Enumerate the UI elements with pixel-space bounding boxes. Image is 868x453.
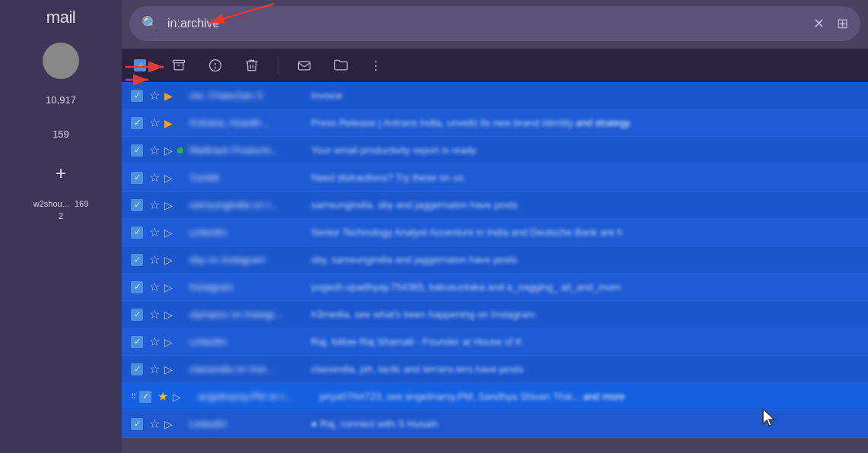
status-dot — [177, 284, 183, 290]
row-checkbox[interactable]: ✓ — [131, 309, 143, 321]
row-checkbox[interactable]: ✓ — [131, 226, 143, 239]
row-checkbox[interactable]: ✓ — [131, 172, 143, 184]
filter-icon[interactable]: ⊞ — [837, 15, 848, 32]
sender-name: Mailtrack Products... — [189, 144, 311, 156]
table-row[interactable]: ✓ ☆ ▷ Mailtrack Products... Your email p… — [122, 137, 868, 164]
status-dot — [177, 230, 183, 236]
more-button[interactable]: ⋮ — [367, 55, 386, 76]
table-row[interactable]: ✓ ☆ ▶ me, Chanchan 3 Invoice — [122, 82, 868, 109]
star-icon[interactable]: ☆ — [149, 116, 160, 130]
and-more-text: and more — [583, 391, 625, 402]
table-row[interactable]: ✓ ☆ ▷ olympics on Instagr... h3media, se… — [122, 301, 868, 328]
sender-name: LinkedIn — [189, 226, 311, 238]
row-checkbox[interactable]: ✓ — [131, 363, 143, 375]
select-all-checkbox[interactable]: ✓ — [134, 59, 146, 71]
sender-name: classindia on Inst... — [189, 363, 311, 375]
table-row[interactable]: ✓ ☆ ▷ samsungindia on I... samsungindia,… — [122, 192, 868, 219]
email-subject: Need distractions? Try these on us. — [311, 172, 859, 183]
sender-name: Tumblr — [189, 172, 311, 183]
mark-button[interactable] — [294, 55, 315, 76]
archive-button[interactable] — [168, 55, 189, 76]
main-content: 🔍 ✕ ⊞ ✓ ▾ — [122, 0, 868, 453]
forward-icon: ▷ — [164, 309, 173, 321]
sender-name: olympics on Instagr... — [189, 309, 311, 320]
row-checkbox[interactable]: ✓ — [131, 199, 143, 211]
app-title: mail — [46, 8, 75, 27]
select-all-group[interactable]: ✓ ▾ — [134, 59, 153, 71]
secondary-count: 159 — [52, 128, 69, 140]
status-dot — [177, 202, 183, 208]
row-checkbox[interactable]: ✓ — [131, 144, 143, 157]
sender-name: samsungindia on I... — [189, 199, 311, 211]
star-icon[interactable]: ☆ — [149, 334, 160, 349]
search-input[interactable] — [167, 17, 813, 30]
row-checkbox[interactable]: ✓ — [131, 90, 143, 102]
status-dot — [186, 394, 192, 400]
svg-point-3 — [215, 68, 216, 68]
forward-icon: ▶ — [164, 117, 173, 129]
row-checkbox[interactable]: ✓ — [139, 391, 151, 403]
star-icon[interactable]: ☆ — [149, 307, 160, 322]
table-row[interactable]: ✓ ☆ ▷ LinkedIn Senior Technology Analyst… — [122, 219, 868, 246]
toolbar-divider — [278, 56, 278, 74]
email-subject: Press Release | Antrans India, unveils i… — [311, 117, 859, 128]
table-row[interactable]: ⠿ ✓ ★ ▷ angelinarsy.PM on I... priya07N4… — [122, 383, 868, 410]
star-icon[interactable]: ☆ — [149, 170, 160, 185]
status-dot — [177, 366, 183, 372]
star-icon[interactable]: ☆ — [149, 225, 160, 239]
table-row[interactable]: ✓ ☆ ▷ LinkedIn ● Raj, connect with S Hus… — [122, 410, 868, 438]
star-icon[interactable]: ☆ — [149, 280, 160, 294]
email-subject: ● Raj, connect with S Husain — [311, 418, 859, 429]
table-row[interactable]: ✓ ☆ ▷ Tumblr Need distractions? Try thes… — [122, 164, 868, 192]
star-icon[interactable]: ☆ — [149, 362, 160, 376]
email-list: ✓ ☆ ▶ me, Chanchan 3 Invoice ✓ ☆ ▶ Antra… — [122, 82, 868, 453]
sender-name: angelinarsy.PM on I... — [198, 391, 320, 402]
forward-icon: ▷ — [173, 391, 181, 403]
status-dot — [177, 421, 183, 427]
add-button[interactable]: + — [56, 163, 66, 184]
table-row[interactable]: ✓ ☆ ▷ classindia on Inst... classindia, … — [122, 356, 868, 383]
email-subject: Your email productivity report is ready — [311, 144, 859, 156]
status-dot — [177, 120, 183, 126]
row-checkbox[interactable]: ✓ — [131, 336, 143, 348]
avatar — [43, 43, 79, 79]
row-checkbox[interactable]: ✓ — [131, 418, 143, 430]
forward-icon: ▶ — [164, 90, 173, 102]
star-icon[interactable]: ☆ — [149, 143, 160, 157]
status-dot — [177, 175, 183, 181]
star-icon[interactable]: ☆ — [149, 417, 160, 431]
row-checkbox[interactable]: ✓ — [131, 254, 143, 266]
forward-icon: ▷ — [164, 336, 173, 348]
table-row[interactable]: ✓ ☆ ▷ Instagram yogesh.upadhyay.754365, … — [122, 274, 868, 301]
badge-count: 10,917 — [46, 94, 76, 106]
sidebar: mail 10,917 159 + w2shou... 169 2 — [0, 0, 122, 453]
search-icon: 🔍 — [141, 15, 158, 32]
delete-button[interactable] — [241, 55, 262, 76]
star-icon[interactable]: ☆ — [149, 198, 160, 212]
row-checkbox[interactable]: ✓ — [131, 281, 143, 293]
table-row[interactable]: ✓ ☆ ▷ sby on Instagram sby, samsungindia… — [122, 246, 868, 274]
status-dot — [177, 312, 183, 318]
table-row[interactable]: ✓ ☆ ▶ Antrana, Howdh... Press Release | … — [122, 109, 868, 137]
sender-name: sby on Instagram — [189, 254, 311, 265]
sender-name: me, Chanchan 3 — [189, 90, 311, 101]
forward-icon: ▷ — [164, 199, 173, 211]
move-button[interactable] — [330, 55, 351, 76]
status-dot — [177, 93, 183, 99]
table-row[interactable]: ✓ ☆ ▷ LinkedIn Raj, follow Raj Sharnati … — [122, 328, 868, 356]
select-dropdown-icon[interactable]: ▾ — [149, 62, 153, 70]
clear-search-button[interactable]: ✕ — [813, 15, 825, 32]
sender-name: LinkedIn — [189, 418, 311, 429]
quaternary-count: 2 — [59, 211, 63, 220]
sender-name: Instagram — [189, 281, 311, 293]
forward-icon: ▷ — [164, 254, 173, 266]
email-subject: Senior Technology Analyst Accenture in I… — [311, 226, 859, 238]
forward-icon: ▷ — [164, 418, 173, 430]
email-subject: Raj, follow Raj Sharnati - Founder at Ho… — [311, 336, 859, 347]
star-icon[interactable]: ☆ — [149, 88, 160, 103]
star-icon[interactable]: ☆ — [149, 252, 160, 267]
star-icon[interactable]: ★ — [157, 389, 168, 404]
row-checkbox[interactable]: ✓ — [131, 117, 143, 129]
report-button[interactable] — [205, 55, 226, 76]
status-dot — [177, 257, 183, 263]
